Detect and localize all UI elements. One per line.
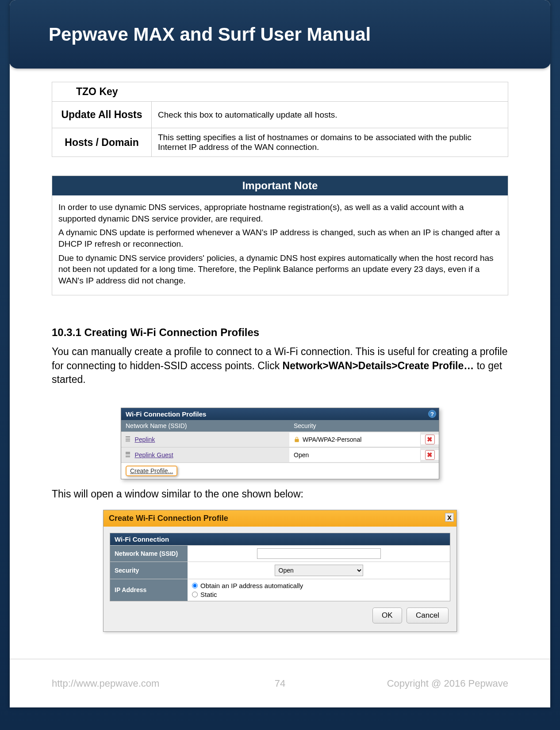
profile-link-peplink-guest[interactable]: Peplink Guest [134,451,173,459]
wifi-profiles-header: Wi-Fi Connection Profiles ? [121,408,439,420]
drag-handle-icon[interactable] [126,436,130,443]
lock-icon [294,436,300,443]
ip-auto-option[interactable]: Obtain an IP address automatically [192,582,445,589]
page-header: Pepwave MAX and Surf User Manual [10,0,550,69]
ip-static-label: Static [200,591,217,598]
page-title: Pepwave MAX and Surf User Manual [49,24,371,45]
wifi-profile-row: Peplink Guest Open ✖ [121,447,439,462]
section-nav-path: Network>WAN>Details>Create Profile… [283,360,474,371]
hosts-domain-label: Hosts / Domain [52,128,152,157]
help-icon[interactable]: ? [428,410,436,418]
profile-security: Open [294,451,309,459]
wifi-profiles-columns: Network Name (SSID) Security [121,420,439,432]
security-select[interactable]: Open [275,565,363,576]
note-p1: In order to use dynamic DNS services, ap… [58,202,502,224]
close-button[interactable]: x [445,513,454,522]
note-p3: Due to dynamic DNS service providers' po… [58,252,502,287]
tzo-key-label: TZO Key [52,82,508,102]
note-p2: A dynamic DNS update is performed whenev… [58,227,502,249]
ssid-label: Network Name (SSID) [110,546,188,562]
dialog-titlebar: Create Wi-Fi Connection Profile x [104,510,456,527]
profile-link-peplink[interactable]: Peplink [134,436,155,443]
section-heading: 10.3.1 Creating Wi-Fi Connection Profile… [52,326,508,339]
drag-handle-icon[interactable] [126,452,130,458]
create-profile-button[interactable]: Create Profile... [126,466,177,476]
table-row: Hosts / Domain This setting specifies a … [52,128,508,157]
delete-button[interactable]: ✖ [425,435,435,444]
wifi-profile-row: Peplink WPA/WPA2-Personal ✖ [121,432,439,447]
update-all-hosts-label: Update All Hosts [52,102,152,128]
form-section-title: Wi-Fi Connection [110,533,450,545]
table-row: Update All Hosts Check this box to autom… [52,102,508,128]
wifi-connection-form: Wi-Fi Connection Network Name (SSID) Sec… [110,533,450,601]
section-paragraph: You can manually create a profile to con… [52,345,508,386]
update-all-hosts-desc: Check this box to automatically update a… [152,102,508,128]
wifi-profiles-screenshot: Wi-Fi Connection Profiles ? Network Name… [121,408,439,479]
ip-auto-label: Obtain an IP address automatically [200,582,303,589]
settings-table: TZO Key Update All Hosts Check this box … [52,82,508,157]
col-network-name: Network Name (SSID) [121,420,289,432]
col-security: Security [289,420,439,432]
ip-auto-radio[interactable] [192,583,198,589]
profile-security: WPA/WPA2-Personal [303,436,361,443]
ip-static-radio[interactable] [192,592,198,597]
footer-url: http://www.pepwave.com [52,678,159,689]
footer-copyright: Copyright @ 2016 Pepwave [387,678,508,689]
important-note-title: Important Note [52,176,508,195]
dialog-title: Create Wi-Fi Connection Profile [109,514,228,523]
important-note-body: In order to use dynamic DNS services, ap… [52,195,508,295]
page-number: 74 [275,678,285,689]
wifi-profiles-title: Wi-Fi Connection Profiles [126,410,206,418]
ok-button[interactable]: OK [372,608,402,623]
create-profile-dialog: Create Wi-Fi Connection Profile x Wi-Fi … [103,510,457,632]
ssid-input[interactable] [257,548,381,559]
security-label: Security [110,562,188,579]
important-note-box: Important Note In order to use dynamic D… [52,176,508,295]
section-paragraph-2: This will open a window similar to the o… [52,488,508,500]
ip-address-label: IP Address [110,579,188,601]
delete-button[interactable]: ✖ [425,450,435,460]
page-footer: http://www.pepwave.com 74 Copyright @ 20… [10,659,550,707]
ip-static-option[interactable]: Static [192,591,445,598]
cancel-button[interactable]: Cancel [407,608,449,623]
hosts-domain-desc: This setting specifies a list of hostnam… [152,128,508,157]
